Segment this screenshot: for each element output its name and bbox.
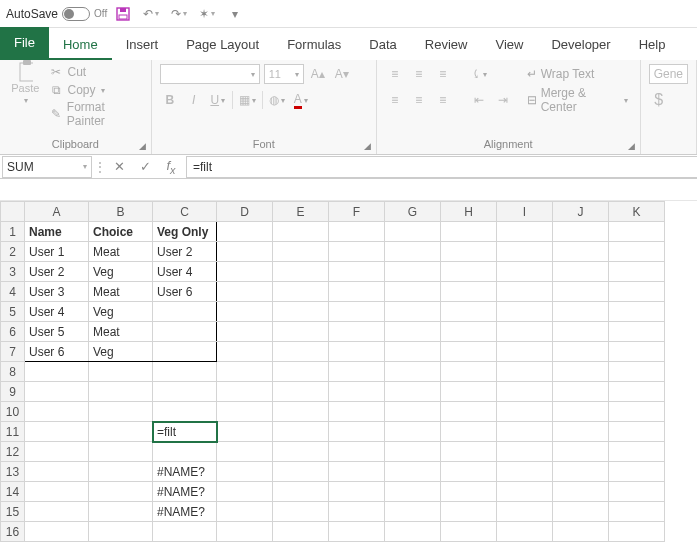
cell[interactable] — [385, 502, 441, 522]
cell[interactable] — [609, 482, 665, 502]
cell[interactable] — [89, 402, 153, 422]
cell[interactable] — [385, 222, 441, 242]
cell[interactable] — [553, 282, 609, 302]
cell[interactable] — [25, 522, 89, 542]
cell[interactable] — [329, 502, 385, 522]
cell[interactable] — [497, 422, 553, 442]
align-center-button[interactable]: ≡ — [409, 90, 429, 110]
cell[interactable] — [441, 282, 497, 302]
cell[interactable] — [609, 462, 665, 482]
touch-mode-button[interactable]: ✶▾ — [195, 3, 219, 25]
cell[interactable] — [441, 362, 497, 382]
dialog-launcher[interactable]: ◢ — [362, 140, 374, 152]
cell[interactable] — [273, 322, 329, 342]
cell[interactable] — [217, 442, 273, 462]
cell[interactable] — [25, 442, 89, 462]
cell[interactable] — [441, 402, 497, 422]
cell[interactable] — [385, 422, 441, 442]
cell[interactable] — [329, 382, 385, 402]
dialog-launcher[interactable]: ◢ — [137, 140, 149, 152]
cell[interactable] — [273, 362, 329, 382]
cell[interactable] — [217, 382, 273, 402]
cell[interactable] — [273, 422, 329, 442]
cell[interactable] — [497, 382, 553, 402]
cell[interactable]: #NAME? — [153, 502, 217, 522]
cell[interactable] — [497, 362, 553, 382]
row-header[interactable]: 11 — [1, 422, 25, 442]
cell[interactable] — [217, 342, 273, 362]
cell[interactable] — [441, 222, 497, 242]
tab-review[interactable]: Review — [411, 31, 482, 60]
cell[interactable] — [609, 322, 665, 342]
font-size-select[interactable]: 11▾ — [264, 64, 304, 84]
cut-button[interactable]: ✂Cut — [48, 64, 142, 80]
cell[interactable] — [441, 242, 497, 262]
cell[interactable] — [385, 302, 441, 322]
cell[interactable] — [217, 362, 273, 382]
underline-button[interactable]: U▾ — [208, 90, 228, 110]
accounting-format-button[interactable]: $ — [649, 90, 669, 110]
font-family-select[interactable]: ▾ — [160, 64, 260, 84]
cell[interactable] — [217, 282, 273, 302]
col-header-C[interactable]: C — [153, 202, 217, 222]
cell[interactable] — [609, 342, 665, 362]
cell[interactable] — [553, 402, 609, 422]
cell[interactable]: User 3 — [25, 282, 89, 302]
borders-button[interactable]: ▦▾ — [237, 90, 258, 110]
cell[interactable] — [273, 522, 329, 542]
cell[interactable] — [609, 382, 665, 402]
wrap-text-button[interactable]: ↵Wrap Text — [523, 64, 632, 84]
tab-view[interactable]: View — [481, 31, 537, 60]
cell[interactable]: #NAME? — [153, 462, 217, 482]
cell[interactable] — [385, 282, 441, 302]
cell[interactable] — [609, 262, 665, 282]
cell[interactable] — [217, 402, 273, 422]
cell[interactable]: User 4 — [25, 302, 89, 322]
cell[interactable]: User 6 — [153, 282, 217, 302]
cell[interactable] — [25, 382, 89, 402]
align-top-button[interactable]: ≡ — [385, 64, 405, 84]
cell[interactable] — [25, 422, 89, 442]
cell[interactable] — [89, 422, 153, 442]
increase-font-button[interactable]: A▴ — [308, 64, 328, 84]
name-box[interactable]: SUM ▾ — [2, 156, 92, 178]
font-color-button[interactable]: A▾ — [291, 90, 311, 110]
cell[interactable] — [441, 522, 497, 542]
row-header[interactable]: 2 — [1, 242, 25, 262]
row-header[interactable]: 10 — [1, 402, 25, 422]
orientation-button[interactable]: ⤹▾ — [469, 64, 489, 84]
cell[interactable] — [609, 282, 665, 302]
cell[interactable] — [329, 322, 385, 342]
cell[interactable] — [609, 362, 665, 382]
redo-button[interactable]: ↷▾ — [167, 3, 191, 25]
row-header[interactable]: 6 — [1, 322, 25, 342]
cancel-formula-button[interactable]: ✕ — [106, 156, 132, 178]
cell[interactable] — [385, 402, 441, 422]
cell[interactable] — [273, 442, 329, 462]
enter-formula-button[interactable]: ✓ — [132, 156, 158, 178]
cell[interactable] — [25, 482, 89, 502]
align-left-button[interactable]: ≡ — [385, 90, 405, 110]
cell[interactable] — [329, 402, 385, 422]
cell[interactable] — [441, 382, 497, 402]
cell[interactable] — [553, 482, 609, 502]
cell[interactable]: Choice — [89, 222, 153, 242]
tab-data[interactable]: Data — [355, 31, 410, 60]
cell[interactable] — [273, 402, 329, 422]
cell[interactable] — [89, 362, 153, 382]
cell[interactable] — [217, 482, 273, 502]
cell[interactable] — [153, 442, 217, 462]
format-painter-button[interactable]: ✎Format Painter — [48, 100, 142, 128]
cell[interactable] — [153, 362, 217, 382]
row-header[interactable]: 3 — [1, 262, 25, 282]
col-header-J[interactable]: J — [553, 202, 609, 222]
increase-indent-button[interactable]: ⇥ — [493, 90, 513, 110]
cell[interactable] — [217, 422, 273, 442]
tab-formulas[interactable]: Formulas — [273, 31, 355, 60]
cell[interactable] — [89, 482, 153, 502]
row-header[interactable]: 5 — [1, 302, 25, 322]
cell[interactable] — [329, 522, 385, 542]
cell[interactable] — [497, 302, 553, 322]
cell[interactable] — [25, 402, 89, 422]
cell-active[interactable]: =filt — [153, 422, 217, 442]
